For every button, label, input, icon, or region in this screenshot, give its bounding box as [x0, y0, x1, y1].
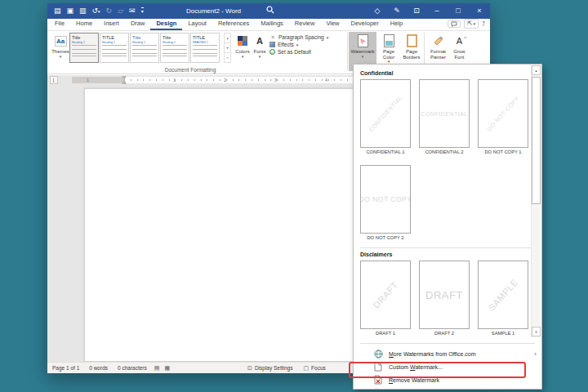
- word-count[interactable]: 0 words: [84, 365, 113, 371]
- document-page[interactable]: [84, 88, 386, 362]
- watermark-thumbnail[interactable]: DO NOT COPY: [360, 165, 411, 234]
- watermark-thumbnail[interactable]: SAMPLE: [478, 261, 528, 329]
- tab-file[interactable]: File: [49, 18, 70, 30]
- watermark-thumbnails: DRAFTDRAFT 1DRAFTDRAFT 2SAMPLESAMPLE 1: [360, 261, 532, 338]
- gallery-down-icon[interactable]: ▾: [224, 43, 231, 53]
- chevron-down-icon: ▾: [327, 35, 329, 40]
- tab-layout[interactable]: Layout: [182, 18, 212, 30]
- style-card-body: [163, 45, 187, 60]
- ruler-number: 1: [173, 77, 176, 83]
- submenu-arrow-icon: ›: [534, 350, 537, 358]
- focus-button[interactable]: Focus: [311, 365, 326, 371]
- character-count[interactable]: 0 characters: [113, 365, 152, 371]
- paragraph-spacing-button[interactable]: ≡ Paragraph Spacing ▾: [270, 34, 328, 40]
- tab-design[interactable]: Design: [150, 18, 182, 30]
- tab-review[interactable]: Review: [289, 18, 321, 30]
- style-card[interactable]: TITLEHeading 1: [100, 33, 129, 63]
- close-button[interactable]: ×: [469, 3, 490, 19]
- tab-selector[interactable]: ⌊: [50, 76, 58, 84]
- style-card-heading: HEADING 1: [193, 41, 217, 44]
- pen-icon[interactable]: ✎: [387, 3, 407, 19]
- premium-diamond-icon[interactable]: ◇: [368, 3, 387, 19]
- tab-draw[interactable]: Draw: [125, 18, 151, 30]
- maximize-button[interactable]: □: [448, 3, 469, 19]
- display-settings-button[interactable]: Display Settings: [255, 365, 293, 371]
- ribbon-pin-icon[interactable]: ⤴: [482, 20, 485, 28]
- tab-help[interactable]: Help: [385, 18, 408, 30]
- watermark-option[interactable]: SAMPLESAMPLE 1: [478, 261, 528, 338]
- style-card-title: TITLE: [193, 35, 217, 40]
- desktop: { "colors": { "desktop": "#2e7b90", "tit…: [0, 0, 588, 392]
- page-color-button[interactable]: Page Color ▾: [378, 32, 399, 68]
- menu-item-label: More Watermarks from Office.com: [389, 351, 476, 357]
- watermark-gallery: ConfidentialCONFIDENTIALCONFIDENTIAL 1CO…: [360, 70, 541, 390]
- redo-icon: ↻: [106, 3, 113, 19]
- watermark-thumbnail[interactable]: DRAFT: [419, 261, 470, 329]
- grow-font-button[interactable]: A^ Grow Font: [450, 32, 469, 68]
- style-card[interactable]: TitleHeading 1: [130, 33, 159, 63]
- watermark-option[interactable]: CONFIDENTIALCONFIDENTIAL 1: [360, 79, 411, 157]
- ribbon-tabs: FileHomeInsertDrawDesignLayoutReferences…: [47, 19, 490, 31]
- watermark-option[interactable]: CONFIDENTIALCONFIDENTIAL 2: [419, 79, 470, 157]
- scroll-up-icon[interactable]: ▲: [532, 65, 541, 75]
- comments-icon[interactable]: [448, 20, 461, 28]
- watermark-option[interactable]: DO NOT COPYDO NOT COPY 2: [360, 165, 411, 243]
- menu-scrollbar[interactable]: ▲ ▼: [531, 65, 541, 337]
- tab-home[interactable]: Home: [70, 18, 98, 30]
- colors-button[interactable]: Colors ▾: [234, 32, 252, 68]
- watermark-thumbnail[interactable]: DRAFT: [360, 261, 411, 329]
- watermark-thumbnail[interactable]: DO NOT COPY: [478, 79, 528, 148]
- gallery-more-icon[interactable]: ▿: [224, 53, 231, 63]
- remove-watermark-menu-item[interactable]: Remove Watermark: [360, 373, 541, 386]
- chevron-down-icon: ▾: [296, 42, 299, 47]
- watermark-option[interactable]: DO NOT COPYDO NOT COPY 1: [478, 79, 528, 157]
- tab-developer[interactable]: Developer: [345, 18, 385, 30]
- open-icon[interactable]: ▥: [79, 3, 87, 19]
- save-icon[interactable]: ▣: [67, 3, 74, 19]
- proofing-icon[interactable]: ▤: [152, 365, 163, 372]
- set-as-default-button[interactable]: ✓ Set as Default: [270, 49, 328, 55]
- watermark-option[interactable]: DRAFTDRAFT 1: [360, 261, 411, 338]
- tab-mailings[interactable]: Mailings: [255, 18, 289, 30]
- scroll-down-icon[interactable]: ▼: [532, 327, 541, 336]
- tab-references[interactable]: References: [212, 18, 255, 30]
- group-separator: [347, 33, 348, 70]
- style-card[interactable]: TitleHeading 1: [160, 33, 189, 63]
- document-formatting-group-label: Document Formatting: [113, 67, 268, 73]
- more-watermarks-from-office-com-menu-item[interactable]: More Watermarks from Office.com›: [360, 347, 541, 360]
- tab-view[interactable]: View: [320, 18, 345, 30]
- style-card[interactable]: TITLEHEADING 1: [190, 33, 220, 63]
- minimize-button[interactable]: –: [426, 3, 448, 19]
- style-card-title: TITLE: [102, 35, 127, 40]
- undo-icon[interactable]: ↺▾: [92, 3, 100, 20]
- style-gallery-arrows: ▴ ▾ ▿: [224, 33, 231, 63]
- remove-watermark-icon: [373, 375, 383, 385]
- scrollbar-thumb[interactable]: [532, 77, 541, 204]
- effects-button[interactable]: Effects ▾: [270, 42, 328, 47]
- book-icon[interactable]: ▤: [54, 3, 61, 19]
- customize-qat-icon[interactable]: ▾: [141, 7, 144, 15]
- page-borders-button[interactable]: Page Borders: [400, 32, 423, 68]
- style-card[interactable]: TitleHeading 1: [69, 33, 99, 63]
- style-card-heading: Heading 1: [132, 41, 157, 44]
- style-card-heading: Heading 1: [72, 41, 96, 44]
- macro-icon[interactable]: ▦: [162, 365, 172, 372]
- search-icon[interactable]: [266, 6, 274, 14]
- share-icon[interactable]: ⇱ ▾: [464, 19, 479, 29]
- custom-watermark-icon: [373, 362, 383, 372]
- watermark-thumbnail[interactable]: CONFIDENTIAL: [419, 79, 470, 148]
- watermark-option-label: DRAFT 2: [419, 329, 470, 338]
- format-painter-button[interactable]: Format Painter: [427, 32, 449, 68]
- watermark-option[interactable]: DRAFTDRAFT 2: [419, 261, 470, 338]
- fonts-button[interactable]: A Fonts ▾: [252, 32, 268, 68]
- page-indicator[interactable]: Page 1 of 1: [47, 365, 84, 371]
- tab-insert[interactable]: Insert: [98, 18, 125, 30]
- watermark-thumbnail[interactable]: CONFIDENTIAL: [360, 79, 411, 148]
- themes-button[interactable]: Aa Themes ▾: [51, 32, 70, 68]
- gallery-up-icon[interactable]: ▴: [224, 33, 231, 43]
- ribbon-display-icon[interactable]: ⊡: [407, 3, 426, 19]
- watermark-commands: More Watermarks from Office.com›Custom W…: [360, 347, 541, 390]
- email-icon[interactable]: ✉: [129, 3, 136, 19]
- custom-watermark-menu-item[interactable]: Custom Watermark...: [360, 360, 541, 373]
- style-card-body: [193, 45, 217, 60]
